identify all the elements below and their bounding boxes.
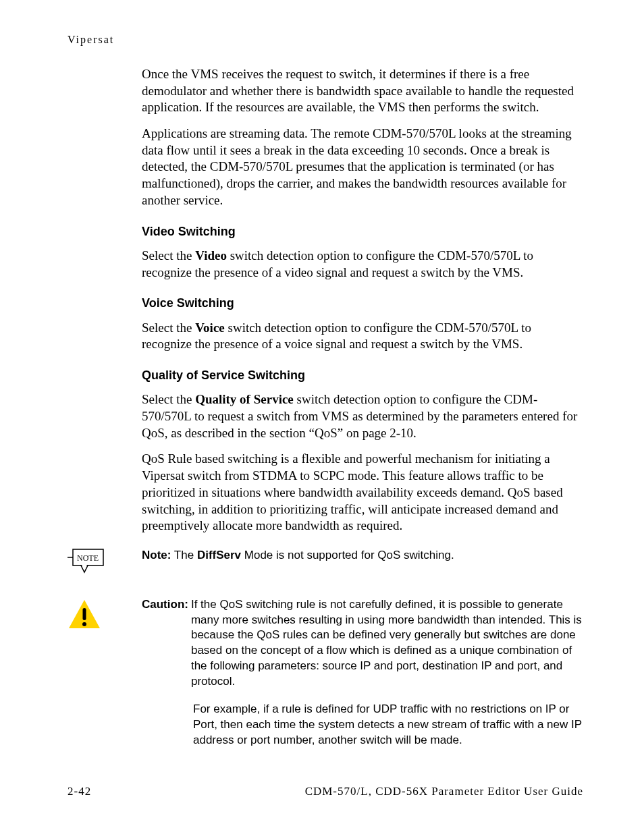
paragraph: Select the Voice switch detection option… [142, 320, 583, 353]
heading-qos-switching: Quality of Service Switching [142, 368, 583, 383]
heading-voice-switching: Voice Switching [142, 296, 583, 311]
note-label: Note: [142, 549, 171, 561]
note-icon: NOTE [68, 548, 105, 580]
caution-label: Caution: [142, 597, 191, 690]
svg-point-6 [82, 622, 86, 626]
bold-term: DiffServ [197, 549, 241, 561]
note-text: Note: The DiffServ Mode is not supported… [142, 548, 454, 563]
caution-text: Caution: If the QoS switching rule is no… [142, 597, 583, 748]
caution-icon [68, 599, 105, 636]
text: Select the [142, 248, 195, 263]
paragraph: Applications are streaming data. The rem… [142, 126, 583, 209]
text: If the QoS switching rule is not careful… [191, 597, 583, 690]
bold-term: Voice [195, 321, 225, 335]
page-number: 2-42 [68, 785, 91, 798]
text: For example, if a rule is defined for UD… [142, 702, 583, 748]
bold-term: Video [195, 248, 227, 263]
footer-title: CDM-570/L, CDD-56X Parameter Editor User… [305, 785, 583, 798]
text: Select the [142, 392, 195, 406]
bold-term: Quality of Service [195, 392, 294, 406]
heading-video-switching: Video Switching [142, 224, 583, 240]
text: Select the [142, 321, 195, 335]
text: The [171, 549, 196, 561]
note-icon-label: NOTE [77, 553, 99, 563]
paragraph: QoS Rule based switching is a flexible a… [142, 451, 583, 534]
paragraph: Once the VMS receives the request to swi… [142, 66, 583, 116]
paragraph: Select the Video switch detection option… [142, 248, 583, 281]
text: Mode is not supported for QoS switching. [241, 549, 454, 561]
running-header: Vipersat [68, 34, 583, 46]
svg-rect-5 [83, 608, 86, 620]
paragraph: Select the Quality of Service switch det… [142, 391, 583, 441]
